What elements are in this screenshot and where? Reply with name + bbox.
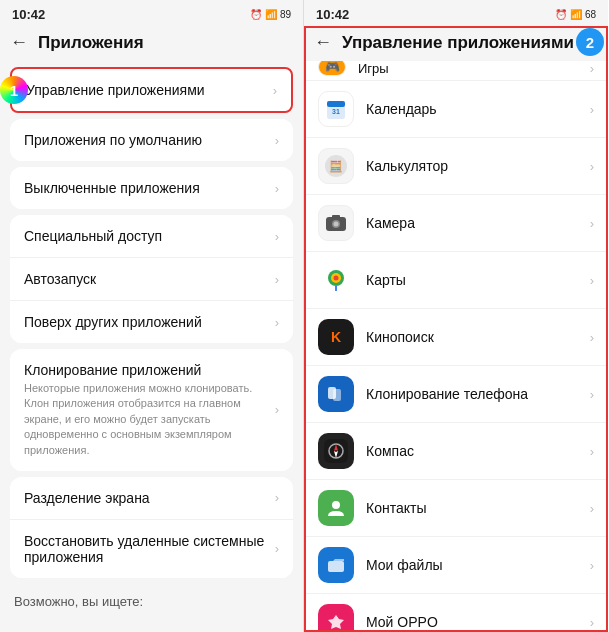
- time-left: 10:42: [12, 7, 45, 22]
- status-icons-right: ⏰ 📶 68: [555, 9, 596, 20]
- chevron-icon: ›: [590, 159, 594, 174]
- app-name-kino: Кинопоиск: [366, 329, 584, 345]
- back-button-left[interactable]: ←: [10, 32, 28, 53]
- disabled-apps-label: Выключенные приложения: [24, 180, 269, 196]
- files-icon: [318, 547, 354, 583]
- badge-1: 1: [0, 76, 28, 104]
- status-bar-left: 10:42 ⏰ 📶 89: [0, 0, 303, 26]
- time-right: 10:42: [316, 7, 349, 22]
- app-name-calendar: Календарь: [366, 101, 584, 117]
- app-name-myoppo: Мой OPPO: [366, 614, 584, 630]
- header-right: ← Управление приложениями: [304, 26, 608, 61]
- svg-point-22: [332, 501, 340, 509]
- app-item-compass[interactable]: Компас ›: [304, 423, 608, 480]
- menu-item-clone[interactable]: Клонирование приложений Некоторые прилож…: [10, 349, 293, 471]
- left-panel: 10:42 ⏰ 📶 89 ← Приложения 1 Управление п…: [0, 0, 304, 632]
- chevron-icon: ›: [590, 330, 594, 345]
- app-name-contacts: Контакты: [366, 500, 584, 516]
- app-item-myoppo[interactable]: Мой OPPO ›: [304, 594, 608, 632]
- app-name-maps: Карты: [366, 272, 584, 288]
- svg-rect-24: [328, 561, 344, 572]
- special-access-label: Специальный доступ: [24, 228, 269, 244]
- chevron-icon: ›: [275, 133, 279, 148]
- default-apps-label: Приложения по умолчанию: [24, 132, 269, 148]
- app-item-camera[interactable]: Камера ›: [304, 195, 608, 252]
- svg-rect-8: [332, 215, 340, 218]
- app-name-calc: Калькулятор: [366, 158, 584, 174]
- app-item-maps[interactable]: Карты ›: [304, 252, 608, 309]
- manage-apps-label: Управление приложениями: [26, 82, 267, 98]
- chevron-icon: ›: [590, 444, 594, 459]
- chevron-icon: ›: [590, 61, 594, 76]
- status-bar-right: 10:42 ⏰ 📶 68: [304, 0, 608, 26]
- chevron-icon: ›: [590, 102, 594, 117]
- section-disabled: Выключенные приложения ›: [10, 167, 293, 209]
- menu-item-manage-apps[interactable]: Управление приложениями ›: [12, 69, 291, 111]
- compass-icon: [318, 433, 354, 469]
- back-button-right[interactable]: ←: [314, 32, 332, 53]
- camera-icon: [318, 205, 354, 241]
- page-title-left: Приложения: [38, 33, 144, 53]
- chevron-icon: ›: [275, 490, 279, 505]
- contacts-icon: [318, 490, 354, 526]
- menu-item-autorun[interactable]: Автозапуск ›: [10, 258, 293, 301]
- chevron-icon: ›: [590, 216, 594, 231]
- svg-text:31: 31: [332, 108, 340, 115]
- clone-icon: [318, 376, 354, 412]
- page-title-right: Управление приложениями: [342, 33, 574, 53]
- section-special: Специальный доступ › Автозапуск › Поверх…: [10, 215, 293, 343]
- kino-icon: K: [318, 319, 354, 355]
- chevron-icon: ›: [275, 402, 279, 417]
- svg-rect-17: [324, 439, 348, 463]
- split-label: Разделение экрана: [24, 490, 269, 506]
- app-item-kino[interactable]: K Кинопоиск ›: [304, 309, 608, 366]
- menu-item-split[interactable]: Разделение экрана ›: [10, 477, 293, 520]
- svg-point-11: [334, 276, 339, 281]
- app-name-files: Мои файлы: [366, 557, 584, 573]
- svg-point-7: [334, 222, 339, 227]
- chevron-icon: ›: [275, 181, 279, 196]
- chevron-icon: ›: [590, 558, 594, 573]
- app-item-contacts[interactable]: Контакты ›: [304, 480, 608, 537]
- calc-icon: 🧮: [318, 148, 354, 184]
- menu-item-special-access[interactable]: Специальный доступ ›: [10, 215, 293, 258]
- chevron-icon: ›: [275, 315, 279, 330]
- app-item-calc[interactable]: 🧮 Калькулятор ›: [304, 138, 608, 195]
- chevron-icon: ›: [590, 615, 594, 630]
- menu-item-restore[interactable]: Восстановить удаленные системные приложе…: [10, 520, 293, 578]
- right-panel: 2 10:42 ⏰ 📶 68 ← Управление приложениями…: [304, 0, 608, 632]
- section-default: Приложения по умолчанию ›: [10, 119, 293, 161]
- clone-sub: Некоторые приложения можно клонировать. …: [24, 381, 269, 458]
- overlay-label: Поверх других приложений: [24, 314, 269, 330]
- app-item-clone[interactable]: Клонирование телефона ›: [304, 366, 608, 423]
- chevron-icon: ›: [275, 272, 279, 287]
- app-name-camera: Камера: [366, 215, 584, 231]
- bottom-hint: Возможно, вы ищете:: [0, 584, 303, 613]
- calendar-icon: 31: [318, 91, 354, 127]
- menu-item-overlay[interactable]: Поверх других приложений ›: [10, 301, 293, 343]
- app-item-games-partial[interactable]: 🎮 Игры ›: [304, 61, 608, 81]
- svg-text:K: K: [331, 329, 341, 345]
- autorun-label: Автозапуск: [24, 271, 269, 287]
- chevron-icon: ›: [275, 229, 279, 244]
- section-screen: Разделение экрана › Восстановить удаленн…: [10, 477, 293, 578]
- svg-text:🧮: 🧮: [329, 159, 343, 173]
- chevron-icon: ›: [590, 501, 594, 516]
- app-item-calendar[interactable]: 31 Календарь ›: [304, 81, 608, 138]
- section-clone: Клонирование приложений Некоторые прилож…: [10, 349, 293, 471]
- chevron-icon: ›: [590, 387, 594, 402]
- svg-rect-16: [333, 389, 341, 401]
- content-left: 1 Управление приложениями › Приложения п…: [0, 61, 303, 632]
- chevron-icon: ›: [590, 273, 594, 288]
- badge-2: 2: [576, 28, 604, 56]
- menu-item-disabled-apps[interactable]: Выключенные приложения ›: [10, 167, 293, 209]
- status-icons-left: ⏰ 📶 89: [250, 9, 291, 20]
- app-name-clone: Клонирование телефона: [366, 386, 584, 402]
- app-item-files[interactable]: Мои файлы ›: [304, 537, 608, 594]
- app-list: 🎮 Игры › 31 Календарь › 🧮 Калькулятор › …: [304, 61, 608, 632]
- chevron-icon: ›: [273, 83, 277, 98]
- header-left: ← Приложения: [0, 26, 303, 61]
- menu-item-default-apps[interactable]: Приложения по умолчанию ›: [10, 119, 293, 161]
- maps-icon: [318, 262, 354, 298]
- restore-label: Восстановить удаленные системные приложе…: [24, 533, 269, 565]
